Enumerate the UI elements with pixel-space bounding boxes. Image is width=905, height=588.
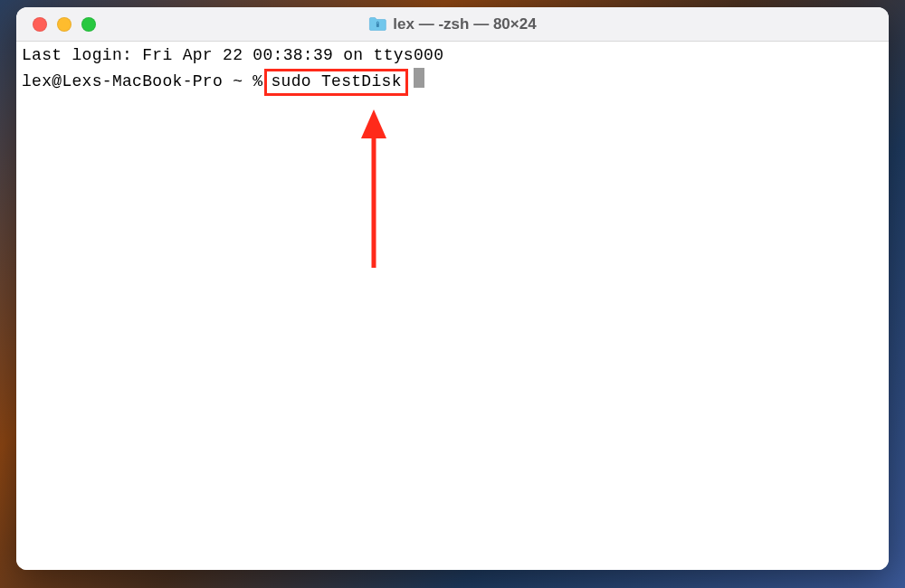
last-login-line: Last login: Fri Apr 22 00:38:39 on ttys0… bbox=[22, 45, 883, 66]
shell-prompt: lex@Lexs-MacBook-Pro ~ % bbox=[22, 71, 262, 92]
folder-icon bbox=[368, 16, 386, 32]
command-annotation-box: sudo TestDisk bbox=[264, 69, 407, 95]
window-title-group: lex — -zsh — 80×24 bbox=[368, 15, 536, 33]
annotation-arrow-icon bbox=[356, 109, 392, 268]
svg-rect-0 bbox=[376, 24, 379, 27]
minimize-button[interactable] bbox=[57, 17, 71, 32]
close-button[interactable] bbox=[33, 17, 47, 32]
terminal-cursor bbox=[414, 68, 424, 88]
window-titlebar[interactable]: lex — -zsh — 80×24 bbox=[16, 7, 889, 42]
prompt-line: lex@Lexs-MacBook-Pro ~ % sudo TestDisk bbox=[22, 66, 883, 95]
window-title: lex — -zsh — 80×24 bbox=[393, 15, 536, 33]
traffic-lights bbox=[16, 17, 96, 32]
terminal-content[interactable]: Last login: Fri Apr 22 00:38:39 on ttys0… bbox=[16, 42, 889, 570]
svg-marker-2 bbox=[361, 109, 386, 138]
maximize-button[interactable] bbox=[81, 17, 96, 32]
terminal-window: lex — -zsh — 80×24 Last login: Fri Apr 2… bbox=[16, 7, 889, 570]
command-input[interactable]: sudo TestDisk bbox=[271, 72, 401, 90]
